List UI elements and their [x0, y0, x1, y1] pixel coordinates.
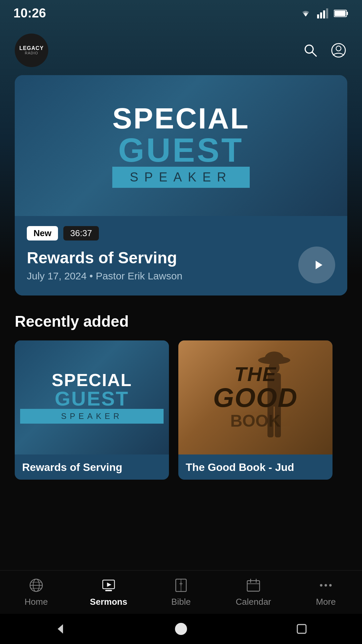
- svg-point-13: [269, 362, 280, 374]
- android-home-button[interactable]: [171, 619, 191, 639]
- sermon-card-1[interactable]: SPECIAL GUEST SPEAKER Rewards of Serving: [15, 340, 169, 480]
- featured-series-special: SPECIAL: [112, 104, 249, 133]
- svg-rect-1: [320, 12, 322, 18]
- battery-icon: [334, 9, 349, 17]
- featured-speaker-band: SPEAKER: [112, 167, 249, 188]
- badge-duration: 36:37: [63, 226, 99, 240]
- more-icon: [318, 578, 334, 593]
- android-recents-button[interactable]: [292, 619, 312, 639]
- svg-point-35: [329, 584, 331, 586]
- featured-card[interactable]: SPECIAL GUEST SPEAKER New 36:37 Rewards …: [15, 75, 347, 296]
- svg-rect-0: [317, 14, 319, 18]
- nav-item-home[interactable]: Home: [0, 577, 72, 607]
- card-1-speaker-text: SPEAKER: [61, 412, 122, 421]
- card-1-special: SPECIAL: [20, 371, 164, 389]
- featured-series-guest: GUEST: [112, 133, 249, 167]
- nav-more-icon: [317, 577, 335, 594]
- play-button[interactable]: [298, 247, 335, 283]
- svg-rect-29: [247, 581, 260, 591]
- nav-bible-icon: [172, 577, 190, 594]
- card-2-booklabel: BOOK: [213, 411, 298, 431]
- nav-item-sermons[interactable]: Sermons: [72, 577, 145, 607]
- sermon-card-2[interactable]: THE GOOD BOOK The Good Book - Jud: [178, 340, 333, 480]
- cards-row: SPECIAL GUEST SPEAKER Rewards of Serving: [0, 340, 362, 480]
- nav-more-label: More: [316, 597, 336, 607]
- card-1-guest: GUEST: [20, 389, 164, 409]
- svg-point-33: [320, 584, 322, 586]
- nav-sermons-label: Sermons: [90, 597, 127, 607]
- signal-icon: [317, 8, 329, 18]
- nav-calendar-label: Calendar: [236, 597, 271, 607]
- calendar-icon: [246, 578, 261, 593]
- status-icons: [299, 8, 349, 18]
- search-icon: [303, 43, 318, 58]
- bible-icon: [173, 578, 189, 593]
- nav-home-icon: [27, 577, 45, 594]
- nav-sermons-icon: [100, 577, 117, 594]
- recently-added-title: Recently added: [0, 296, 362, 340]
- wifi-icon: [299, 8, 312, 18]
- play-icon: [311, 258, 325, 272]
- svg-point-10: [336, 46, 341, 51]
- profile-icon: [331, 43, 346, 58]
- logo[interactable]: LEGACY RADIO: [15, 34, 48, 67]
- card-1-title: Rewards of Serving: [15, 454, 169, 480]
- nav-home-label: Home: [24, 597, 48, 607]
- bottom-nav: Home Sermons Bible: [0, 570, 362, 614]
- nav-item-more[interactable]: More: [290, 577, 362, 607]
- featured-badges: New 36:37: [27, 226, 335, 240]
- recents-icon: [295, 623, 308, 635]
- search-button[interactable]: [302, 42, 319, 59]
- svg-rect-24: [105, 590, 112, 591]
- main-content: LEGACY RADIO SPECIAL G: [0, 0, 362, 574]
- svg-point-34: [324, 584, 327, 586]
- featured-bottom: Rewards of Serving July 17, 2024 • Pasto…: [27, 247, 335, 283]
- sermons-icon: [101, 578, 116, 593]
- svg-rect-38: [297, 625, 306, 633]
- nav-bible-label: Bible: [171, 597, 191, 607]
- card-2-title: The Good Book - Jud: [178, 454, 333, 480]
- globe-icon: [28, 578, 44, 593]
- svg-rect-5: [347, 12, 348, 15]
- android-back-button[interactable]: [50, 619, 70, 639]
- svg-rect-3: [326, 8, 328, 18]
- android-nav: [0, 614, 362, 644]
- card-1-image: SPECIAL GUEST SPEAKER: [15, 340, 169, 454]
- svg-marker-23: [107, 583, 111, 587]
- header-actions: [302, 42, 347, 59]
- featured-image: SPECIAL GUEST SPEAKER: [15, 75, 347, 216]
- nav-item-bible[interactable]: Bible: [145, 577, 217, 607]
- featured-title: Rewards of Serving: [27, 249, 182, 267]
- badge-new: New: [27, 226, 58, 240]
- status-bar: 10:26: [0, 0, 362, 24]
- svg-rect-2: [323, 10, 325, 18]
- featured-text: Rewards of Serving July 17, 2024 • Pasto…: [27, 249, 182, 282]
- nav-calendar-icon: [245, 577, 262, 594]
- svg-marker-36: [58, 624, 63, 634]
- card-2-image: THE GOOD BOOK: [178, 340, 333, 454]
- card-1-series: SPECIAL GUEST SPEAKER: [15, 366, 169, 429]
- svg-rect-6: [335, 11, 346, 16]
- featured-series-title: SPECIAL GUEST SPEAKER: [106, 97, 256, 195]
- svg-line-8: [312, 52, 316, 56]
- status-time: 10:26: [13, 6, 46, 20]
- svg-rect-14: [267, 373, 281, 407]
- svg-point-37: [175, 623, 187, 635]
- logo-subtext: RADIO: [25, 51, 38, 55]
- featured-meta: July 17, 2024 • Pastor Erik Lawson: [27, 270, 182, 282]
- back-icon: [54, 622, 67, 636]
- card-1-speaker-band: SPEAKER: [20, 409, 164, 424]
- profile-button[interactable]: [330, 42, 347, 59]
- nav-item-calendar[interactable]: Calendar: [217, 577, 290, 607]
- home-circle-icon: [174, 622, 188, 636]
- featured-info: New 36:37 Rewards of Serving July 17, 20…: [15, 216, 347, 296]
- logo-text: LEGACY: [19, 46, 44, 51]
- featured-speaker-text: SPEAKER: [130, 170, 232, 184]
